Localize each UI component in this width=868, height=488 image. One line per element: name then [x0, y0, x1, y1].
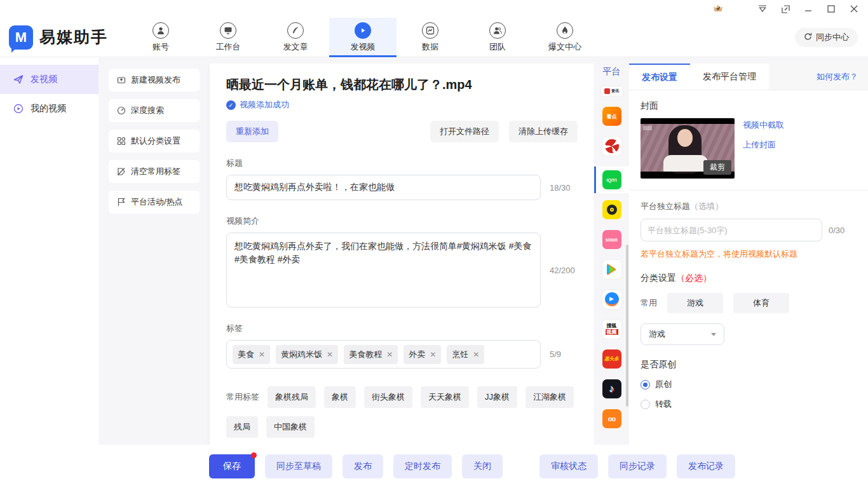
sync-record-button[interactable]: 同步记录 [608, 454, 667, 478]
paper-plane-icon [13, 74, 24, 85]
play-circle-icon [13, 103, 24, 114]
title-input[interactable] [226, 175, 541, 200]
category-option-game[interactable]: 游戏 [667, 293, 723, 313]
kandian-icon: 看点 [602, 107, 621, 126]
logo-icon: M [9, 25, 33, 50]
common-tag-chip[interactable]: 江湖象棋 [526, 386, 574, 408]
sync-center-button[interactable]: 同步中心 [795, 28, 858, 47]
deep-search-icon [116, 106, 126, 116]
rail-scrollbar[interactable] [626, 245, 628, 407]
common-tag-chip[interactable]: 街头象棋 [364, 386, 412, 408]
common-tag-chip[interactable]: 象棋 [324, 386, 356, 408]
deep-search-button[interactable]: 深度搜索 [109, 99, 200, 122]
sync-to-draft-button[interactable]: 同步至草稿 [265, 454, 332, 478]
new-video-publish-button[interactable]: 新建视频发布 [109, 69, 200, 92]
capture-from-video-link[interactable]: 视频中截取 [743, 119, 784, 131]
category-dropdown[interactable]: 游戏 [641, 323, 724, 345]
platform-activity-button[interactable]: 平台活动/热点 [109, 191, 200, 214]
platform-tudou[interactable]: oo [594, 409, 629, 428]
platform-sohu-video[interactable]: 搜狐视频 [594, 320, 629, 339]
tags-counter: 5/9 [550, 349, 578, 359]
user-icon [153, 22, 169, 39]
video-form-panel: 晒最近一个月账单，钱都花在哪儿了？.mp4 ✓ 视频添加成功 重新添加 打开文件… [210, 64, 594, 445]
clear-upload-cache-button[interactable]: 清除上传缓存 [509, 121, 578, 142]
remove-tag-icon[interactable]: ✕ [473, 350, 479, 359]
nav-item-account[interactable]: 账号 [127, 18, 194, 57]
save-button[interactable]: 保存 [209, 454, 255, 478]
nav-item-team[interactable]: 团队 [464, 18, 531, 57]
clear-common-tags-button[interactable]: 清空常用标签 [109, 160, 200, 183]
how-to-publish-link[interactable]: 如何发布？ [817, 64, 868, 90]
default-category-button[interactable]: 默认分类设置 [109, 130, 200, 152]
cover-row: 裁剪 视频中截取 上传封面 [641, 118, 857, 179]
team-icon [489, 22, 506, 39]
tab-platform-management[interactable]: 发布平台管理 [690, 64, 769, 90]
platform-kuaishou[interactable] [594, 200, 629, 219]
platform-iqiyi[interactable]: iQIYI [594, 166, 629, 193]
sidebar-item-publish-video[interactable]: 发视频 [0, 65, 98, 94]
platform-huitoutiao[interactable]: 惠头条 [594, 349, 629, 369]
platform-douyin[interactable]: ♪ [594, 379, 629, 398]
radio-original[interactable]: 原创 [641, 379, 857, 390]
crop-button[interactable]: 裁剪 [703, 160, 731, 175]
review-status-button[interactable]: 审核状态 [539, 454, 598, 478]
screenshot-icon[interactable] [780, 4, 790, 14]
platform-ifeng[interactable] [594, 137, 629, 156]
cover-thumbnail[interactable]: 裁剪 [641, 118, 735, 179]
radio-repost[interactable]: 转载 [641, 398, 857, 410]
tudou-icon: oo [602, 409, 621, 428]
nav-item-hot-center[interactable]: 爆文中心 [531, 18, 599, 57]
quick-actions-panel: 新建视频发布 深度搜索 默认分类设置 清空常用标签 平台活动/热点 [98, 57, 210, 445]
common-tag-chip[interactable]: 中国象棋 [266, 416, 315, 438]
publish-record-button[interactable]: 发布记录 [677, 454, 735, 478]
platform-title-note: 若平台独立标题为空，将使用视频默认标题 [641, 248, 857, 260]
remove-tag-icon[interactable]: ✕ [386, 350, 393, 359]
common-tag-chip[interactable]: 象棋残局 [268, 386, 316, 408]
category-label: 分类设置（必选） [641, 273, 857, 284]
close-button[interactable]: 关闭 [462, 454, 503, 478]
platform-kandian[interactable]: 看点 [594, 107, 629, 126]
common-tag-chip[interactable]: 天天象棋 [421, 386, 469, 408]
nav-item-workbench[interactable]: 工作台 [194, 18, 262, 57]
remove-tag-icon[interactable]: ✕ [430, 350, 436, 359]
remove-tag-icon[interactable]: ✕ [259, 350, 265, 359]
remove-tag-icon[interactable]: ✕ [327, 350, 333, 359]
sidebar: 发视频 我的视频 [0, 57, 98, 445]
platform-yidianzixun[interactable]: 资讯 [594, 86, 629, 96]
scheduled-publish-button[interactable]: 定时发布 [393, 454, 452, 478]
common-tag-chip[interactable]: JJ象棋 [477, 386, 517, 408]
tab-publish-settings[interactable]: 发布设置 [629, 64, 690, 90]
ifeng-icon [602, 137, 621, 156]
common-tags-label: 常用标签 [226, 391, 259, 403]
readd-button[interactable]: 重新添加 [226, 121, 278, 142]
desc-textarea[interactable]: 想吃黄焖鸡别再点外卖了，我们在家也能做，方法很简单#黄焖鸡米饭 #美食 #美食教… [226, 233, 541, 308]
app-name: 易媒助手 [39, 27, 108, 48]
open-file-path-button[interactable]: 打开文件路径 [430, 121, 499, 142]
cover-label: 封面 [641, 100, 857, 112]
category-selected-value: 游戏 [649, 329, 665, 340]
nav-item-data[interactable]: 数据 [397, 18, 464, 57]
tag-chip: 美食教程✕ [344, 345, 398, 364]
nav-item-publish-article[interactable]: 发文章 [262, 18, 329, 57]
refresh-icon [804, 32, 812, 43]
common-tag-chip[interactable]: 残局 [226, 416, 258, 438]
category-option-sports[interactable]: 体育 [733, 293, 789, 313]
upload-cover-link[interactable]: 上传封面 [743, 139, 784, 151]
tags-input[interactable]: 美食✕ 黄焖鸡米饭✕ 美食教程✕ 外卖✕ 烹饪✕ [226, 340, 541, 369]
platform-bilibili[interactable]: bilibili [594, 230, 629, 249]
nav-item-publish-video[interactable]: 发视频 [329, 18, 397, 57]
minimize-icon[interactable] [803, 4, 813, 14]
platform-title-input[interactable] [641, 219, 822, 241]
platform-haokan-video[interactable]: ▶ [594, 290, 629, 309]
maximize-icon[interactable] [826, 4, 836, 14]
platform-tencent-video[interactable] [594, 260, 629, 279]
publish-video-icon [355, 22, 371, 39]
main-nav: 账号 工作台 发文章 发视频 数据 团队 爆文中心 [127, 18, 599, 57]
sidebar-item-my-videos[interactable]: 我的视频 [0, 94, 98, 123]
close-icon[interactable] [849, 4, 859, 14]
publish-button[interactable]: 发布 [342, 454, 383, 478]
footer-action-bar: 保存 同步至草稿 发布 定时发布 关闭 审核状态 同步记录 发布记录 [0, 445, 868, 488]
file-actions-row: 重新添加 打开文件路径 清除上传缓存 [226, 121, 578, 142]
collapse-icon[interactable] [757, 4, 768, 14]
yidianzixun-icon: 资讯 [601, 86, 623, 96]
